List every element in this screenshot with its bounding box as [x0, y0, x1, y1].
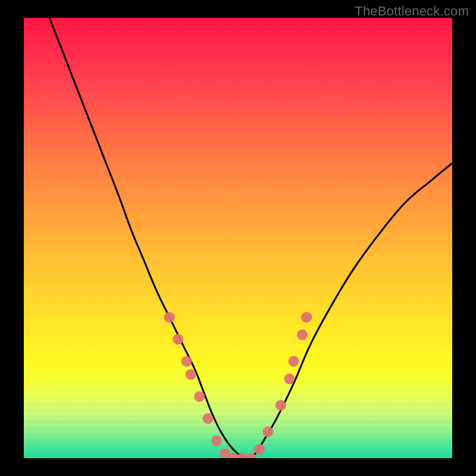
highlight-dot	[211, 435, 222, 446]
curve-layer	[24, 18, 452, 458]
highlight-dot	[194, 391, 205, 402]
highlight-dot	[289, 356, 299, 367]
highlight-dot	[284, 374, 295, 384]
highlight-dot	[186, 369, 196, 380]
bottleneck-curve	[49, 18, 452, 458]
highlight-dot	[203, 413, 214, 424]
highlight-dot	[301, 312, 312, 322]
highlight-dot	[173, 334, 183, 345]
highlight-dot	[181, 356, 192, 367]
highlight-dots-group	[164, 312, 312, 458]
highlight-dot	[297, 330, 308, 340]
plot-area	[24, 18, 452, 458]
watermark-text: TheBottleneck.com	[355, 4, 469, 19]
chart-frame: TheBottleneck.com	[0, 0, 476, 476]
highlight-dot	[254, 444, 265, 455]
highlight-dot	[262, 427, 273, 437]
highlight-dot	[275, 400, 286, 411]
highlight-dot	[164, 312, 175, 322]
